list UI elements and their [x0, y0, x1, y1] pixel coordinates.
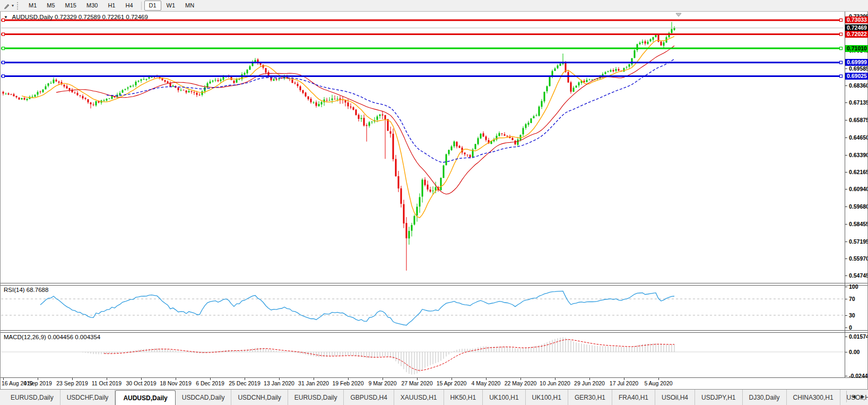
macd-scale-label: -0.024417	[849, 373, 868, 379]
tab-uk100-h1[interactable]: UK100,H1	[526, 390, 568, 405]
toolbar: ▾ M1M5M15M30H1H4D1W1MN	[0, 0, 868, 12]
ohlc-values: 0.72329 0.72589 0.72261 0.72469	[55, 14, 148, 20]
price-line-badge: 0.73033	[845, 16, 868, 23]
tab-scroll-right-icon[interactable]: ▶	[859, 391, 866, 402]
date-label: 29 Jun 2020	[574, 380, 605, 386]
timeframe-buttons: M1M5M15M30H1H4D1W1MN	[24, 1, 199, 11]
pane-separator-rsi[interactable]	[0, 283, 868, 286]
chevron-down-icon[interactable]: ▾	[12, 3, 14, 8]
tab-usdcnh-daily[interactable]: USDCNH,Daily	[231, 390, 288, 405]
price-tick-mark	[845, 258, 847, 259]
date-label: 9 Mar 2020	[368, 380, 396, 386]
toolbar-separator	[141, 2, 142, 10]
timeframe-button-m5[interactable]: M5	[42, 1, 59, 11]
price-tick-mark	[845, 206, 847, 207]
price-tick-label: 0.69585	[849, 65, 868, 72]
rsi-scale-label: 100	[849, 283, 858, 290]
macd-tick-mark	[845, 337, 847, 337]
price-tick-mark	[845, 85, 847, 86]
tab-usdchf-daily[interactable]: USDCHF,Daily	[60, 390, 116, 405]
tab-uk100-h1[interactable]: UK100,H1	[483, 390, 525, 405]
symbol-period-label: AUDUSD,Daily	[12, 14, 53, 20]
tab-dj30-daily[interactable]: DJ30,Daily	[743, 390, 787, 405]
date-label: 17 Jul 2020	[610, 380, 638, 386]
timeframe-button-m30[interactable]: M30	[82, 1, 102, 11]
price-tick-mark	[845, 137, 847, 138]
macd-scale-label: 0.015741	[849, 333, 868, 340]
tab-usdjpy-h1[interactable]: USDJPY,H1	[695, 390, 742, 405]
price-tick-label: 0.60940	[849, 186, 868, 192]
price-line-badge: 0.69999	[845, 59, 868, 66]
tab-china300-h1[interactable]: CHINA300,H1	[787, 390, 840, 405]
price-line-badge: 0.71010	[845, 45, 868, 52]
rsi-scale-label: 0	[849, 324, 852, 331]
macd-scale-label: 0.00	[849, 349, 860, 355]
price-tick-label: 0.65875	[849, 117, 868, 123]
date-label: 23 Sep 2019	[56, 380, 88, 386]
time-axis-border	[0, 377, 868, 378]
date-label: 15 Apr 2020	[437, 380, 467, 386]
timeframe-button-m15[interactable]: M15	[60, 1, 81, 11]
tab-xauusd-h1[interactable]: XAUUSD,H1	[394, 390, 444, 405]
tab-audusd-daily[interactable]: AUDUSD,Daily	[115, 390, 175, 405]
pane-separator-macd[interactable]	[0, 330, 868, 333]
rsi-label: RSI(14) 68.7688	[4, 287, 48, 293]
toolbar-grip	[17, 2, 20, 10]
date-label: 18 Nov 2019	[160, 380, 192, 386]
rsi-tick-mark	[845, 299, 847, 299]
timeframe-button-w1[interactable]: W1	[162, 1, 180, 11]
tab-scroll-left-icon[interactable]: ◀	[850, 391, 857, 402]
date-label: 30 Oct 2019	[126, 380, 156, 386]
rsi-tick-mark	[845, 287, 847, 287]
collapse-triangle-icon[interactable]: ▼	[4, 15, 8, 20]
price-tick-mark	[845, 68, 847, 69]
tab-usoil-h4[interactable]: USOil,H4	[655, 390, 695, 405]
tab-eurusd-daily[interactable]: EURUSD,Daily	[4, 390, 60, 405]
timeframe-button-d1[interactable]: D1	[144, 1, 161, 11]
date-label: 10 Jun 2020	[540, 380, 570, 386]
date-label: 13 Jan 2020	[264, 380, 294, 386]
tab-hk50-h1[interactable]: HK50,H1	[444, 390, 483, 405]
date-label: 19 Feb 2020	[333, 380, 364, 386]
chart-tab-bar: EURUSD,DailyUSDCHF,DailyAUDUSD,DailyUSDC…	[0, 389, 868, 405]
price-tick-label: 0.67135	[849, 99, 868, 106]
rsi-scale-label: 30	[849, 312, 855, 318]
date-label: 4 May 2020	[472, 380, 501, 386]
tab-gbpusd-h4[interactable]: GBPUSD,H4	[344, 390, 394, 405]
price-tick-label: 0.62165	[849, 169, 868, 175]
price-tick-label: 0.57195	[849, 238, 868, 245]
tab-scroll-buttons: ◀ ▶	[846, 391, 866, 402]
price-tick-label: 0.55970	[849, 255, 868, 262]
timeframe-button-h1[interactable]: H1	[103, 1, 120, 11]
chart-title: ▼ AUDUSD,Daily 0.72329 0.72589 0.72261 0…	[4, 14, 148, 20]
price-tick-label: 0.64650	[849, 134, 868, 141]
price-scale-border	[845, 12, 845, 377]
price-tick-mark	[845, 275, 847, 276]
timeframe-button-h4[interactable]: H4	[120, 1, 137, 11]
price-line-badge: 0.69025	[845, 73, 868, 80]
rsi-tick-mark	[845, 328, 847, 328]
tab-usdcad-daily[interactable]: USDCAD,Daily	[176, 390, 232, 405]
timeframe-button-m1[interactable]: M1	[24, 1, 41, 11]
macd-tick-mark	[845, 352, 847, 352]
date-label: 27 Mar 2020	[402, 380, 433, 386]
timeframe-button-mn[interactable]: MN	[180, 1, 199, 11]
price-tick-mark	[845, 172, 847, 173]
price-tick-label: 0.54745	[849, 272, 868, 279]
price-tick-label: 0.59680	[849, 203, 868, 210]
date-label: 4 Sep 2019	[23, 380, 52, 386]
date-label: 25 Dec 2019	[229, 380, 261, 386]
tab-eurusd-daily[interactable]: EURUSD,Daily	[288, 390, 344, 405]
date-label: 11 Oct 2019	[92, 380, 121, 386]
pen-tool-icon[interactable]	[2, 1, 12, 11]
tab-ger30-h1[interactable]: GER30,H1	[568, 390, 612, 405]
date-label: 31 Jan 2020	[298, 380, 329, 386]
price-tick-mark	[845, 102, 847, 103]
price-tick-mark	[845, 120, 847, 120]
macd-tick-mark	[845, 376, 847, 376]
price-tick-mark	[845, 155, 847, 156]
price-tick-mark	[845, 189, 847, 189]
window-left-border	[0, 12, 1, 389]
date-label: 6 Dec 2019	[196, 380, 224, 386]
tab-fra40-h1[interactable]: FRA40,H1	[612, 390, 655, 405]
